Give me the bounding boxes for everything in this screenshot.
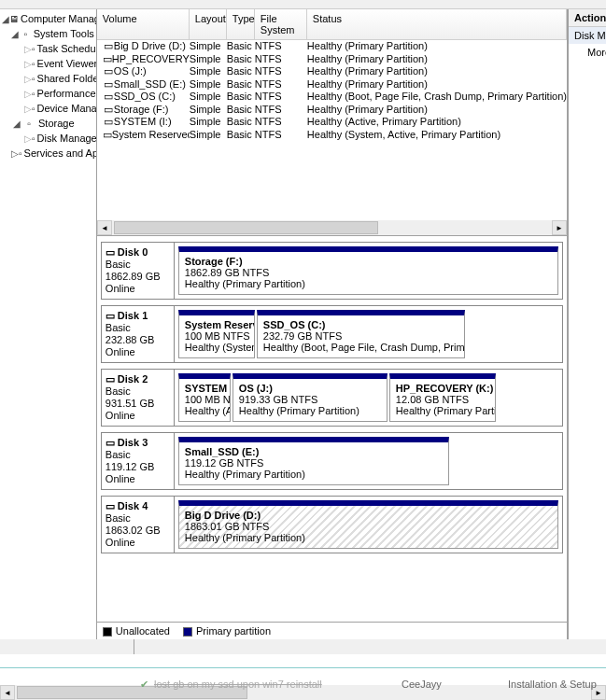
partition[interactable]: SYSTEM (I100 MB NTHealthy (A [178,373,231,422]
partition[interactable]: Big D Drive (D:)1863.01 GB NTFSHealthy (… [178,500,558,549]
volume-fs: NTFS [255,65,307,78]
partition-name: OS (J:) [239,383,381,394]
collapse-icon[interactable]: ◢ [2,14,9,24]
volume-row[interactable]: ▭OS (J:)SimpleBasicNTFSHealthy (Primary … [97,65,567,78]
disk: ▭Disk 2Basic931.51 GBOnlineSYSTEM (I100 … [101,369,563,427]
volume-icon: ▭ [103,78,114,91]
volume-row[interactable]: ▭SYSTEM (I:)SimpleBasicNTFSHealthy (Acti… [97,116,567,129]
volume-row[interactable]: ▭Storage (F:)SimpleBasicNTFSHealthy (Pri… [97,104,567,117]
expand-icon[interactable]: ▷ [24,74,32,84]
tree-item[interactable]: ◢▫System Tools [0,26,96,41]
disk-graphical-view: ▭Disk 0Basic1862.89 GBOnlineStorage (F:)… [97,235,567,622]
tools-icon: ▫ [20,27,32,40]
partition[interactable]: Small_SSD (E:)119.12 GB NTFSHealthy (Pri… [178,437,449,485]
partition-status: Healthy (Boot, Page File, Crash Dump, Pr… [263,342,458,353]
tree-label: Device Manager [37,103,97,114]
scroll-left-icon[interactable]: ◄ [97,220,112,235]
volume-row[interactable]: ▭Big D Drive (D:)SimpleBasicNTFSHealthy … [97,40,567,53]
disk-size: 119.12 GB [106,461,170,473]
partition[interactable]: OS (J:)919.33 GB NTFSHealthy (Primary Pa… [233,373,388,422]
col-filesystem[interactable]: File System [255,9,307,39]
partition-name: Storage (F:) [185,256,552,267]
volume-status: Healthy (Primary Partition) [307,53,567,66]
tree-item[interactable]: ▷▫Event Viewer [0,56,96,71]
volume-hscroll[interactable]: ◄ ► [97,220,567,235]
tree-item[interactable]: ◢▫Storage [0,116,96,131]
disk: ▭Disk 4Basic1863.02 GBOnlineBig D Drive … [101,496,563,553]
disk-type: Basic [106,385,170,398]
volume-name: HP_RECOVERY (K:) [112,53,190,66]
disk-name: Disk 4 [118,500,148,512]
partition-size: 119.12 GB NTFS [185,457,443,469]
tree-item[interactable]: ▷▫Shared Folders [0,71,96,86]
partition[interactable]: Storage (F:)1862.89 GB NTFSHealthy (Prim… [178,246,558,295]
legend-unallocated: Unallocated [116,625,170,637]
disk: ▭Disk 0Basic1862.89 GBOnlineStorage (F:)… [101,242,563,300]
disk-type: Basic [106,512,170,525]
disk-size: 1862.89 GB [106,271,170,283]
partition-status: Healthy (System, [185,342,248,353]
tree-root[interactable]: ◢ 🖥 Computer Management (Local [0,11,96,26]
col-type[interactable]: Type [227,9,255,39]
volume-fs: NTFS [255,78,307,91]
tree-label: Services and Applications [24,147,97,159]
disk-info[interactable]: ▭Disk 3Basic119.12 GBOnline [102,433,175,489]
expand-icon[interactable]: ▷ [24,59,32,69]
expand-icon[interactable]: ▷ [24,104,32,114]
tree-item[interactable]: ▷▫Task Scheduler [0,41,96,56]
partition[interactable]: SSD_OS (C:)232.79 GB NTFSHealthy (Boot, … [257,310,465,358]
disk-info[interactable]: ▭Disk 2Basic931.51 GBOnline [102,370,175,426]
tree-item[interactable]: ▷▫Disk Management [0,131,96,146]
volume-type: Basic [227,91,255,104]
disk-size: 931.51 GB [106,398,170,410]
volume-row[interactable]: ▭HP_RECOVERY (K:)SimpleBasicNTFSHealthy … [97,53,567,66]
bottom-scrollbar[interactable]: ◄ ► [0,639,606,654]
expand-icon[interactable]: ◢ [11,29,20,39]
partition-size: 1862.89 GB NTFS [185,267,552,278]
tree-item[interactable]: ▷▫Services and Applications [0,146,96,161]
expand-icon[interactable]: ▷ [24,133,32,144]
actions-disk-management[interactable]: Disk Management [569,27,606,44]
scroll-right-icon[interactable]: ► [552,220,567,235]
disk-size: 232.88 GB [106,334,170,346]
disk-info[interactable]: ▭Disk 0Basic1862.89 GBOnline [102,243,175,299]
partition[interactable]: HP_RECOVERY (K:)12.08 GB NTFSHealthy (Pr… [389,373,496,422]
partition-status: Healthy (Primary Partition) [396,405,489,416]
disk-name: Disk 1 [118,310,148,322]
tree-label: Event Viewer [37,58,97,69]
volume-fs: NTFS [255,91,307,104]
disk-info[interactable]: ▭Disk 4Basic1863.02 GBOnline [102,497,175,553]
volume-layout: Simple [190,53,227,66]
partition-size: 100 MB NTFS [185,330,248,342]
expand-icon[interactable]: ▷ [24,44,32,54]
volume-icon: ▭ [103,65,114,78]
volume-type: Basic [227,116,255,129]
disk-icon: ▭ [106,500,115,512]
volume-status: Healthy (Primary Partition) [307,104,567,117]
volume-row[interactable]: ▭SSD_OS (C:)SimpleBasicNTFSHealthy (Boot… [97,91,567,104]
disk-info[interactable]: ▭Disk 1Basic232.88 GBOnline [102,306,175,362]
actions-more[interactable]: More Actions [569,44,606,61]
partition[interactable]: System Reserve100 MB NTFSHealthy (System… [178,310,255,358]
col-layout[interactable]: Layout [190,9,227,39]
tree-label: Disk Management [37,133,97,144]
disk: ▭Disk 1Basic232.88 GBOnlineSystem Reserv… [101,305,563,363]
volume-row[interactable]: ▭System ReservedSimpleBasicNTFSHealthy (… [97,129,567,142]
partition-name: SSD_OS (C:) [263,319,458,330]
tree-item[interactable]: ▷▫Device Manager [0,101,96,116]
tree-label: Computer Management (Local [21,13,97,24]
volume-row[interactable]: ▭Small_SSD (E:)SimpleBasicNTFSHealthy (P… [97,78,567,91]
expand-icon[interactable]: ▷ [11,148,19,159]
expand-icon[interactable]: ▷ [24,89,32,99]
col-volume[interactable]: Volume [97,9,190,39]
disk-name: Disk 3 [118,437,148,449]
expand-icon[interactable]: ◢ [11,119,21,129]
actions-title: Actions [569,9,606,27]
volume-icon: ▭ [103,91,114,104]
actions-pane: Actions Disk Management More Actions [568,9,606,639]
volume-type: Basic [227,104,255,117]
partition-size: 919.33 GB NTFS [239,394,381,405]
volume-fs: NTFS [255,40,307,53]
tree-item[interactable]: ▷▫Performance [0,86,96,101]
col-status[interactable]: Status [307,9,567,39]
